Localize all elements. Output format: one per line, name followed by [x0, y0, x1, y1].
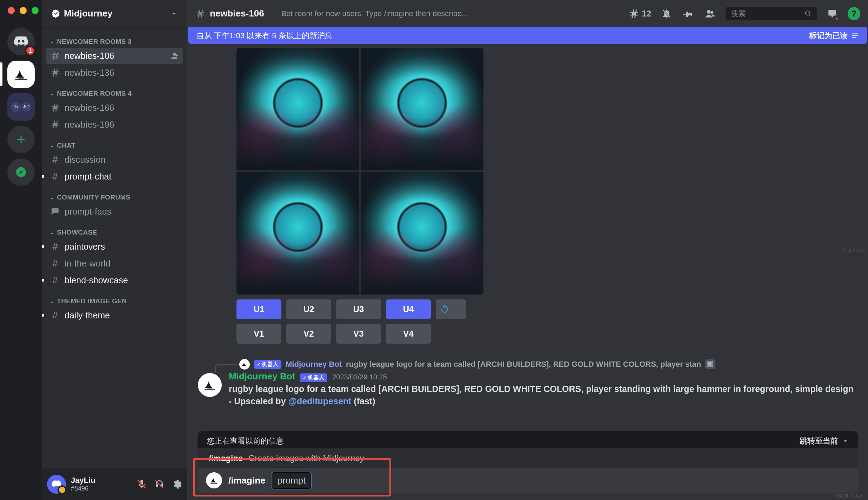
- user-mention[interactable]: @deditupesent: [288, 396, 352, 406]
- channel-discussion[interactable]: # discussion: [46, 151, 183, 168]
- v2-button[interactable]: V2: [286, 324, 331, 344]
- active-server-indicator: [0, 62, 2, 86]
- home-button[interactable]: 1: [7, 28, 35, 55]
- mac-close[interactable]: [8, 7, 15, 14]
- reply-context[interactable]: 机器人 Midjourney Bot rugby league logo for…: [229, 359, 857, 370]
- v1-button[interactable]: V1: [236, 324, 281, 344]
- message-author[interactable]: Midjourney Bot: [229, 371, 295, 382]
- explore-servers-button[interactable]: [7, 158, 35, 186]
- chevron-down-icon[interactable]: [170, 9, 178, 18]
- category-newcomer-3[interactable]: NEWCOMER ROOMS 3: [46, 29, 183, 47]
- gen-image-1[interactable]: [236, 48, 359, 170]
- gen-image-2[interactable]: [361, 48, 483, 170]
- reroll-button[interactable]: [436, 299, 466, 319]
- channel-daily-theme[interactable]: # daily-theme: [46, 307, 183, 323]
- mac-minimize[interactable]: [20, 7, 27, 14]
- channel-topic[interactable]: Bot room for new users. Type /imagine th…: [281, 9, 468, 18]
- hash-icon: #: [50, 310, 60, 320]
- generated-image-grid[interactable]: [236, 48, 483, 295]
- search-icon: [804, 9, 812, 18]
- server-name-text: Midjourney: [64, 8, 113, 19]
- category-themed-image-gen[interactable]: THEMED IMAGE GEN: [46, 289, 183, 306]
- channel-list[interactable]: NEWCOMER ROOMS 3 newbies-106 newbies-136…: [42, 27, 187, 468]
- reply-preview-text: rugby league logo for a team called [ARC…: [346, 360, 701, 369]
- u2-button[interactable]: U2: [286, 299, 331, 319]
- mark-read-button[interactable]: 标记为已读: [809, 31, 859, 41]
- channel-label: newbies-136: [65, 68, 114, 78]
- bot-avatar[interactable]: [198, 373, 222, 397]
- channel-paintovers[interactable]: # paintovers: [46, 238, 183, 255]
- pinned-messages-button[interactable]: [682, 7, 695, 20]
- channel-label: in-the-world: [65, 258, 111, 269]
- channel-label: discussion: [65, 155, 106, 165]
- search-input[interactable]: [730, 9, 801, 18]
- category-newcomer-4[interactable]: NEWCOMER ROOMS 4: [46, 81, 183, 99]
- gen-image-4[interactable]: [361, 172, 483, 295]
- channel-label: blend-showcase: [65, 275, 128, 285]
- mute-mic-button[interactable]: [136, 479, 147, 490]
- u4-button[interactable]: U4: [386, 299, 431, 319]
- help-button[interactable]: ?: [848, 7, 860, 20]
- threads-icon: [628, 8, 640, 19]
- channel-label: daily-theme: [65, 310, 110, 320]
- server-header[interactable]: Midjourney: [42, 0, 187, 27]
- category-showcase[interactable]: SHOWCASE: [46, 220, 183, 238]
- command-suggestion[interactable]: /imagine Create images with Midjourney: [198, 448, 858, 468]
- add-server-button[interactable]: [7, 126, 35, 153]
- hash-icon: #: [50, 171, 60, 182]
- compose-app-avatar: [206, 472, 222, 488]
- category-community-forums[interactable]: COMMUNITY FORUMS: [46, 185, 183, 203]
- threads-count-text: 12: [642, 9, 651, 19]
- reply-avatar: [239, 359, 250, 370]
- u1-button[interactable]: U1: [236, 299, 281, 319]
- channel-label: paintovers: [65, 242, 105, 252]
- deafen-button[interactable]: [154, 479, 165, 490]
- folder-server-2: Js2: [21, 102, 31, 112]
- u3-button[interactable]: U3: [336, 299, 381, 319]
- jump-to-present-button[interactable]: 跳转至当前: [800, 436, 849, 446]
- add-user-icon[interactable]: [170, 51, 179, 60]
- midjourney-ship-icon: [13, 66, 29, 82]
- hash-icon: #: [50, 275, 60, 285]
- user-avatar[interactable]: [47, 475, 66, 494]
- mac-window-controls[interactable]: [8, 7, 39, 14]
- hash-icon: #: [50, 241, 60, 252]
- server-rail: 1 Js Js2: [0, 0, 42, 500]
- discord-clyde-icon: [51, 479, 62, 489]
- user-discriminator: #8496: [71, 485, 95, 493]
- channel-newbies-136[interactable]: newbies-136: [46, 65, 183, 81]
- upscale-row: U1 U2 U3 U4: [236, 299, 857, 319]
- channel-blend-showcase[interactable]: # blend-showcase: [46, 272, 183, 288]
- channel-in-the-world[interactable]: # in-the-world: [46, 255, 183, 271]
- inbox-button[interactable]: [826, 7, 839, 20]
- compose-slash-command: /imagine: [228, 475, 265, 486]
- message-text: rugby league logo for a team called [ARC…: [229, 383, 857, 407]
- mentions-badge: 1: [25, 46, 35, 56]
- new-messages-banner[interactable]: 自从 下午1:03 以来有 5 条以上的新消息 标记为已读: [188, 27, 867, 44]
- message-compose[interactable]: /imagine prompt: [198, 468, 858, 493]
- channel-newbies-166[interactable]: newbies-166: [46, 100, 183, 116]
- channel-newbies-106[interactable]: newbies-106: [46, 48, 183, 64]
- chat-scroll[interactable]: U1 U2 U3 U4 V1 V2 V3 V4: [187, 44, 868, 500]
- bot-chip: 机器人: [300, 373, 327, 382]
- notifications-button[interactable]: [660, 7, 673, 20]
- channel-prompt-chat[interactable]: # prompt-chat: [46, 168, 183, 184]
- threads-button[interactable]: 12: [628, 8, 651, 19]
- v3-button[interactable]: V3: [336, 324, 381, 344]
- server-midjourney[interactable]: [7, 61, 35, 88]
- members-button[interactable]: [704, 7, 716, 20]
- compose-prompt-argument[interactable]: prompt: [272, 472, 311, 489]
- settings-button[interactable]: [171, 479, 182, 490]
- user-info[interactable]: JayLiu #8496: [71, 476, 95, 493]
- channel-newbies-196[interactable]: newbies-196: [46, 116, 183, 133]
- channel-prompt-faqs[interactable]: prompt-faqs: [46, 203, 183, 219]
- search-box[interactable]: [726, 7, 817, 20]
- gen-image-3[interactable]: [236, 172, 359, 295]
- mac-zoom[interactable]: [32, 7, 39, 14]
- server-folder[interactable]: Js Js2: [7, 93, 35, 121]
- category-chat[interactable]: CHAT: [46, 133, 183, 151]
- v4-button[interactable]: V4: [386, 324, 431, 344]
- reroll-icon: [439, 304, 450, 315]
- channel-sidebar: Midjourney NEWCOMER ROOMS 3 newbies-106 …: [42, 0, 187, 500]
- chevron-down-icon: [842, 438, 849, 445]
